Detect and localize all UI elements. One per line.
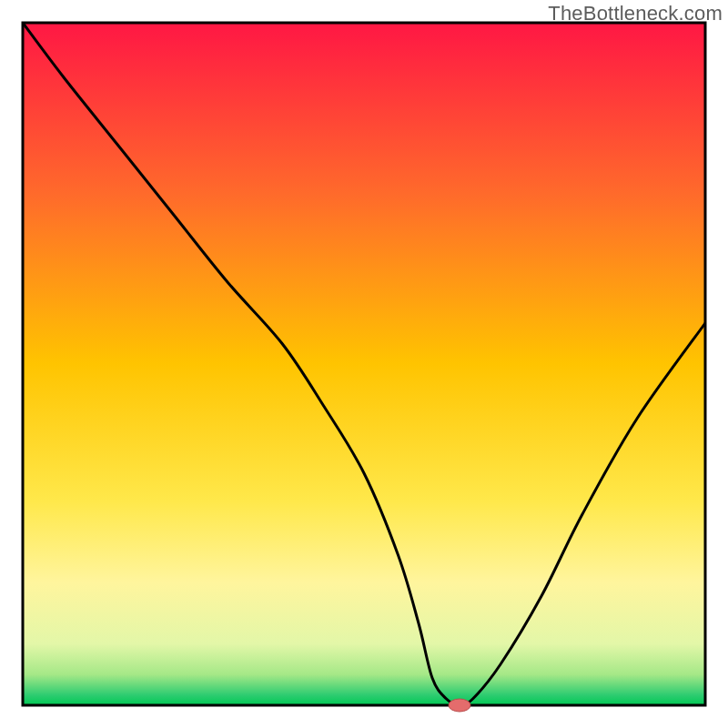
- gradient-background: [23, 23, 705, 705]
- watermark-text: TheBottleneck.com: [548, 2, 723, 25]
- bottleneck-chart: [0, 0, 728, 728]
- sweet-spot-marker: [449, 699, 470, 712]
- chart-frame: TheBottleneck.com: [0, 0, 728, 728]
